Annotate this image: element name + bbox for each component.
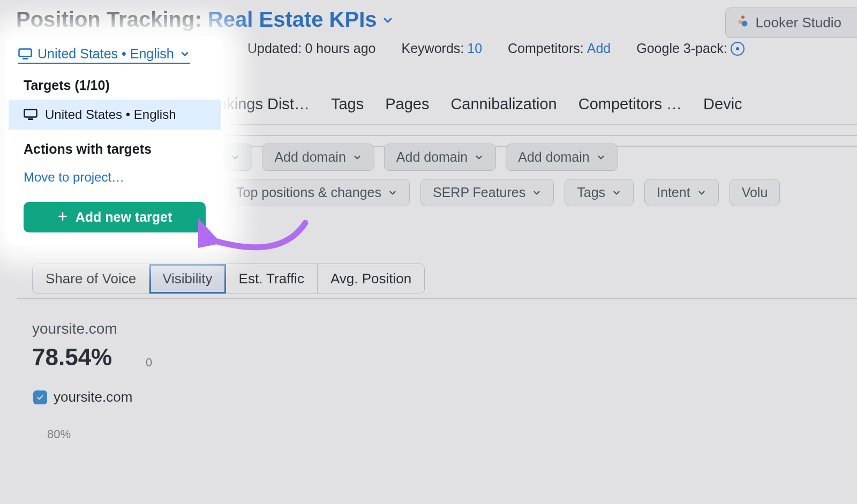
tab-tags[interactable]: Tags [331,95,364,113]
tab-devices[interactable]: Devic [703,95,742,113]
tab-cannibalization[interactable]: Cannibalization [450,95,557,113]
targets-section-title: Targets (1/10) [9,66,221,100]
competitors-meta[interactable]: Competitors: Add [508,41,611,56]
project-dropdown[interactable]: Real Estate KPIs [208,7,394,31]
chevron-down-icon [230,153,240,162]
keywords-meta[interactable]: Keywords: 10 [402,41,483,56]
filter-positions-changes[interactable]: Top positions & changes [224,179,410,206]
filter-volume[interactable]: Volu [730,179,780,206]
stat-delta: 0 [146,356,152,370]
metric-tab-visibility[interactable]: Visibility [149,264,225,294]
chevron-down-icon [388,188,397,198]
desktop-icon [24,109,37,121]
target-item[interactable]: United States • English [9,100,221,130]
stat-visibility-value: 78.54% [32,344,112,371]
targets-dropdown: United States • English Targets (1/10) U… [6,36,223,245]
desktop-icon [18,48,32,60]
meta-row: Updated: 0 hours ago Keywords: 10 Compet… [247,41,745,56]
filter-tags[interactable]: Tags [565,179,634,206]
svg-point-0 [741,16,745,19]
checkbox-checked-icon[interactable] [33,390,47,404]
chevron-down-icon [474,153,484,162]
metric-tab-est-traffic[interactable]: Est. Traffic [226,264,318,294]
svg-rect-6 [28,118,33,120]
move-to-project-link[interactable]: Move to project… [9,163,221,188]
location-pin-icon [731,42,745,56]
actions-section-title: Actions with targets [9,130,221,163]
add-new-target-label: Add new target [76,209,172,225]
looker-studio-icon [736,14,749,31]
chevron-down-icon [596,153,606,162]
chevron-down-icon [612,188,621,198]
svg-rect-3 [19,49,32,56]
legend-domain-label: yoursite.com [54,389,132,405]
looker-studio-label: Looker Studio [756,14,841,31]
locale-trigger[interactable]: United States • English [18,46,190,64]
add-domain-button[interactable]: Add domain [262,144,374,171]
filter-serp-features[interactable]: SERP Features [420,179,554,206]
metric-tab-share-of-voice[interactable]: Share of Voice [33,264,149,294]
looker-studio-button[interactable]: Looker Studio [725,7,857,38]
add-domain-button[interactable]: Add domain [506,144,618,171]
page-title-prefix: Position Tracking: [16,7,208,31]
chevron-down-icon [381,14,394,27]
filter-intent[interactable]: Intent [644,179,719,206]
chart-y-tick: 80% [47,427,71,441]
divider [17,298,857,299]
stat-domain-label: yoursite.com [32,320,117,337]
chart-legend-item[interactable]: yoursite.com [33,389,132,405]
add-new-target-button[interactable]: Add new target [24,202,206,232]
chevron-down-icon [179,49,190,59]
chevron-down-icon [532,188,542,198]
svg-rect-4 [22,58,28,59]
tab-competitors[interactable]: Competitors … [578,95,682,113]
google-3pack-meta[interactable]: Google 3-pack: [636,41,745,56]
tab-pages[interactable]: Pages [385,95,429,113]
add-domain-button[interactable]: Add domain [384,144,496,171]
svg-point-1 [738,20,742,24]
updated-meta: Updated: 0 hours ago [247,41,376,56]
svg-point-2 [741,21,747,27]
target-item-label: United States • English [45,107,176,122]
svg-rect-5 [25,110,37,117]
chevron-down-icon [352,153,362,162]
metric-tab-avg-position[interactable]: Avg. Position [318,264,424,294]
plus-icon [57,209,68,225]
chevron-down-icon [697,188,706,198]
